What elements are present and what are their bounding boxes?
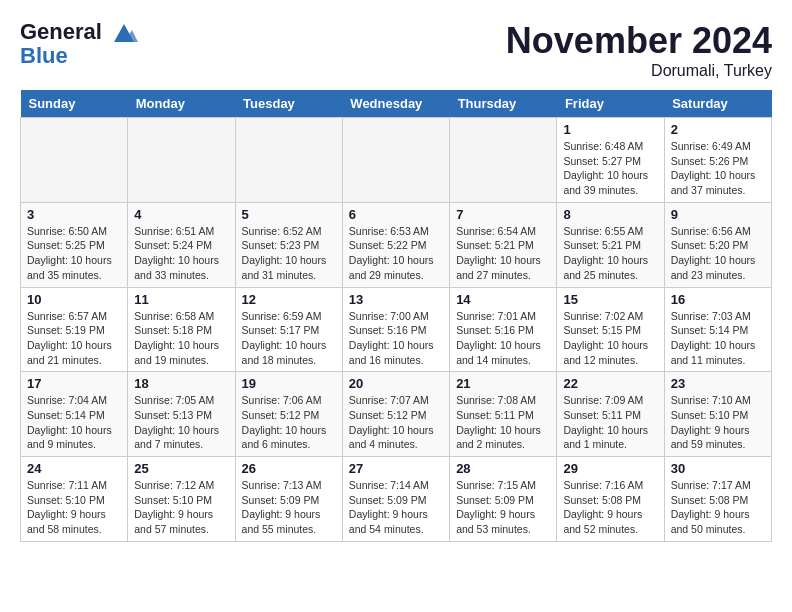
logo-blue: Blue (20, 44, 138, 68)
day-number: 2 (671, 122, 765, 137)
location-subtitle: Dorumali, Turkey (506, 62, 772, 80)
day-number: 18 (134, 376, 228, 391)
day-info: Sunrise: 7:06 AM Sunset: 5:12 PM Dayligh… (242, 393, 336, 452)
day-info: Sunrise: 7:03 AM Sunset: 5:14 PM Dayligh… (671, 309, 765, 368)
day-number: 17 (27, 376, 121, 391)
weekday-header-friday: Friday (557, 90, 664, 118)
day-info: Sunrise: 7:02 AM Sunset: 5:15 PM Dayligh… (563, 309, 657, 368)
calendar-cell: 1Sunrise: 6:48 AM Sunset: 5:27 PM Daylig… (557, 118, 664, 203)
calendar-week-row: 24Sunrise: 7:11 AM Sunset: 5:10 PM Dayli… (21, 457, 772, 542)
weekday-header-tuesday: Tuesday (235, 90, 342, 118)
day-info: Sunrise: 6:49 AM Sunset: 5:26 PM Dayligh… (671, 139, 765, 198)
day-number: 14 (456, 292, 550, 307)
day-number: 8 (563, 207, 657, 222)
calendar-cell: 23Sunrise: 7:10 AM Sunset: 5:10 PM Dayli… (664, 372, 771, 457)
day-number: 24 (27, 461, 121, 476)
day-info: Sunrise: 7:10 AM Sunset: 5:10 PM Dayligh… (671, 393, 765, 452)
calendar-cell (21, 118, 128, 203)
day-number: 19 (242, 376, 336, 391)
month-title: November 2024 (506, 20, 772, 62)
calendar-cell: 22Sunrise: 7:09 AM Sunset: 5:11 PM Dayli… (557, 372, 664, 457)
calendar-cell: 14Sunrise: 7:01 AM Sunset: 5:16 PM Dayli… (450, 287, 557, 372)
calendar-cell: 2Sunrise: 6:49 AM Sunset: 5:26 PM Daylig… (664, 118, 771, 203)
title-block: November 2024 Dorumali, Turkey (506, 20, 772, 80)
day-number: 26 (242, 461, 336, 476)
day-number: 11 (134, 292, 228, 307)
day-number: 5 (242, 207, 336, 222)
calendar-cell: 3Sunrise: 6:50 AM Sunset: 5:25 PM Daylig… (21, 202, 128, 287)
day-info: Sunrise: 6:50 AM Sunset: 5:25 PM Dayligh… (27, 224, 121, 283)
calendar-cell: 17Sunrise: 7:04 AM Sunset: 5:14 PM Dayli… (21, 372, 128, 457)
calendar-cell: 29Sunrise: 7:16 AM Sunset: 5:08 PM Dayli… (557, 457, 664, 542)
day-info: Sunrise: 7:11 AM Sunset: 5:10 PM Dayligh… (27, 478, 121, 537)
day-info: Sunrise: 6:52 AM Sunset: 5:23 PM Dayligh… (242, 224, 336, 283)
day-number: 30 (671, 461, 765, 476)
calendar-cell: 8Sunrise: 6:55 AM Sunset: 5:21 PM Daylig… (557, 202, 664, 287)
calendar-cell: 18Sunrise: 7:05 AM Sunset: 5:13 PM Dayli… (128, 372, 235, 457)
calendar-cell: 10Sunrise: 6:57 AM Sunset: 5:19 PM Dayli… (21, 287, 128, 372)
weekday-header-monday: Monday (128, 90, 235, 118)
day-info: Sunrise: 6:53 AM Sunset: 5:22 PM Dayligh… (349, 224, 443, 283)
day-info: Sunrise: 7:12 AM Sunset: 5:10 PM Dayligh… (134, 478, 228, 537)
calendar-cell: 28Sunrise: 7:15 AM Sunset: 5:09 PM Dayli… (450, 457, 557, 542)
day-number: 4 (134, 207, 228, 222)
calendar-cell: 19Sunrise: 7:06 AM Sunset: 5:12 PM Dayli… (235, 372, 342, 457)
day-number: 6 (349, 207, 443, 222)
calendar-cell: 15Sunrise: 7:02 AM Sunset: 5:15 PM Dayli… (557, 287, 664, 372)
calendar-cell: 21Sunrise: 7:08 AM Sunset: 5:11 PM Dayli… (450, 372, 557, 457)
day-info: Sunrise: 7:04 AM Sunset: 5:14 PM Dayligh… (27, 393, 121, 452)
calendar-cell: 9Sunrise: 6:56 AM Sunset: 5:20 PM Daylig… (664, 202, 771, 287)
logo-text: General (20, 20, 138, 44)
calendar-cell (128, 118, 235, 203)
day-number: 3 (27, 207, 121, 222)
day-info: Sunrise: 7:14 AM Sunset: 5:09 PM Dayligh… (349, 478, 443, 537)
calendar-week-row: 10Sunrise: 6:57 AM Sunset: 5:19 PM Dayli… (21, 287, 772, 372)
day-number: 7 (456, 207, 550, 222)
calendar-cell (450, 118, 557, 203)
calendar-cell (235, 118, 342, 203)
day-info: Sunrise: 7:09 AM Sunset: 5:11 PM Dayligh… (563, 393, 657, 452)
day-number: 22 (563, 376, 657, 391)
calendar-cell: 12Sunrise: 6:59 AM Sunset: 5:17 PM Dayli… (235, 287, 342, 372)
day-info: Sunrise: 7:05 AM Sunset: 5:13 PM Dayligh… (134, 393, 228, 452)
calendar-cell: 5Sunrise: 6:52 AM Sunset: 5:23 PM Daylig… (235, 202, 342, 287)
calendar-cell: 26Sunrise: 7:13 AM Sunset: 5:09 PM Dayli… (235, 457, 342, 542)
calendar-week-row: 17Sunrise: 7:04 AM Sunset: 5:14 PM Dayli… (21, 372, 772, 457)
calendar-cell: 11Sunrise: 6:58 AM Sunset: 5:18 PM Dayli… (128, 287, 235, 372)
weekday-header-thursday: Thursday (450, 90, 557, 118)
day-info: Sunrise: 6:54 AM Sunset: 5:21 PM Dayligh… (456, 224, 550, 283)
day-info: Sunrise: 6:55 AM Sunset: 5:21 PM Dayligh… (563, 224, 657, 283)
day-info: Sunrise: 7:13 AM Sunset: 5:09 PM Dayligh… (242, 478, 336, 537)
day-info: Sunrise: 7:17 AM Sunset: 5:08 PM Dayligh… (671, 478, 765, 537)
weekday-header-sunday: Sunday (21, 90, 128, 118)
day-number: 29 (563, 461, 657, 476)
day-info: Sunrise: 7:01 AM Sunset: 5:16 PM Dayligh… (456, 309, 550, 368)
logo-icon (110, 22, 138, 44)
calendar-cell: 24Sunrise: 7:11 AM Sunset: 5:10 PM Dayli… (21, 457, 128, 542)
page-header: General Blue November 2024 Dorumali, Tur… (20, 20, 772, 80)
day-number: 27 (349, 461, 443, 476)
day-number: 21 (456, 376, 550, 391)
day-number: 10 (27, 292, 121, 307)
day-info: Sunrise: 6:51 AM Sunset: 5:24 PM Dayligh… (134, 224, 228, 283)
day-number: 9 (671, 207, 765, 222)
calendar-cell: 7Sunrise: 6:54 AM Sunset: 5:21 PM Daylig… (450, 202, 557, 287)
day-number: 1 (563, 122, 657, 137)
day-info: Sunrise: 6:48 AM Sunset: 5:27 PM Dayligh… (563, 139, 657, 198)
day-info: Sunrise: 7:07 AM Sunset: 5:12 PM Dayligh… (349, 393, 443, 452)
calendar-cell (342, 118, 449, 203)
day-number: 25 (134, 461, 228, 476)
day-info: Sunrise: 6:58 AM Sunset: 5:18 PM Dayligh… (134, 309, 228, 368)
calendar-cell: 13Sunrise: 7:00 AM Sunset: 5:16 PM Dayli… (342, 287, 449, 372)
day-info: Sunrise: 6:57 AM Sunset: 5:19 PM Dayligh… (27, 309, 121, 368)
day-number: 15 (563, 292, 657, 307)
calendar-week-row: 1Sunrise: 6:48 AM Sunset: 5:27 PM Daylig… (21, 118, 772, 203)
logo: General Blue (20, 20, 138, 68)
day-info: Sunrise: 7:08 AM Sunset: 5:11 PM Dayligh… (456, 393, 550, 452)
calendar-cell: 25Sunrise: 7:12 AM Sunset: 5:10 PM Dayli… (128, 457, 235, 542)
day-number: 28 (456, 461, 550, 476)
day-info: Sunrise: 6:56 AM Sunset: 5:20 PM Dayligh… (671, 224, 765, 283)
day-info: Sunrise: 7:00 AM Sunset: 5:16 PM Dayligh… (349, 309, 443, 368)
calendar-week-row: 3Sunrise: 6:50 AM Sunset: 5:25 PM Daylig… (21, 202, 772, 287)
day-number: 13 (349, 292, 443, 307)
